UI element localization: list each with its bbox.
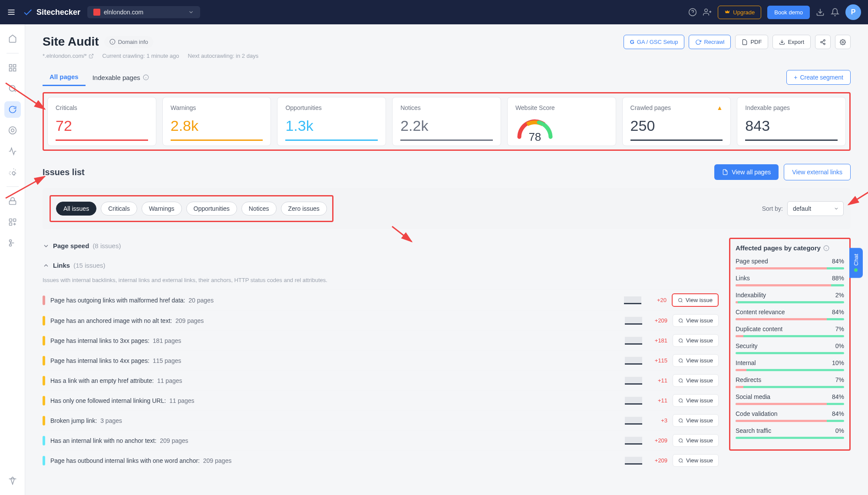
sidebar-search[interactable] — [4, 80, 21, 97]
view-issue-button[interactable]: View issue — [673, 454, 719, 467]
sidebar-diamond[interactable] — [4, 472, 21, 489]
sidebar-audit[interactable] — [4, 101, 21, 118]
view-issue-button[interactable]: View issue — [673, 354, 719, 367]
ga-setup-button[interactable]: GGA / GSC Setup — [624, 35, 685, 49]
crown-icon — [724, 9, 730, 15]
sidebar-dashboard[interactable] — [4, 60, 21, 76]
hamburger-icon[interactable] — [7, 8, 16, 17]
issue-text: Page has an anchored image with no alt t… — [50, 317, 620, 324]
domain-info-button[interactable]: Domain info — [104, 36, 153, 48]
stat-criticals[interactable]: Criticals 72 — [47, 97, 156, 146]
share-button[interactable] — [815, 35, 831, 49]
sidebar-tools[interactable] — [4, 193, 21, 209]
logo[interactable]: Sitechecker — [23, 7, 80, 17]
view-issue-button[interactable]: View issue — [673, 434, 719, 447]
sidebar-analytics[interactable] — [4, 143, 21, 159]
svg-line-48 — [682, 342, 683, 342]
stat-score[interactable]: Website Score 78 — [507, 97, 616, 146]
category-row[interactable]: Code validation84% — [736, 410, 844, 422]
view-external-links-button[interactable]: View external links — [784, 164, 851, 180]
svg-point-45 — [679, 319, 683, 322]
category-row[interactable]: Content relevance84% — [736, 309, 844, 320]
tab-all-pages[interactable]: All pages — [43, 69, 86, 86]
stat-indexable[interactable]: Indexable pages 843 — [737, 97, 846, 146]
help-icon[interactable] — [688, 8, 697, 17]
issues-main: Page speed (8 issues)Links (15 issues)Is… — [43, 238, 719, 474]
view-issue-button[interactable]: View issue — [673, 374, 719, 387]
domain-selector[interactable]: elnlondon.com — [87, 6, 200, 18]
filter-chip[interactable]: Opportunities — [186, 202, 237, 216]
filter-chip[interactable]: All issues — [56, 202, 96, 216]
book-demo-button[interactable]: Book demo — [767, 6, 810, 19]
view-issue-button[interactable]: View issue — [672, 293, 719, 307]
svg-point-59 — [679, 458, 683, 462]
category-row[interactable]: Links88% — [736, 275, 844, 286]
issue-text: Has an internal link with no anchor text… — [50, 437, 620, 444]
category-row[interactable]: Security0% — [736, 342, 844, 354]
svg-line-56 — [682, 422, 683, 422]
add-user-icon[interactable] — [703, 8, 712, 17]
svg-point-15 — [9, 127, 16, 134]
header-actions: Upgrade Book demo P — [688, 4, 861, 20]
sidebar-home[interactable] — [4, 30, 21, 47]
download-icon[interactable] — [816, 8, 825, 17]
stat-opportunities[interactable]: Opportunities 1.3k — [277, 97, 386, 146]
issue-row: Has an internal link with no anchor text… — [43, 430, 719, 450]
tab-indexable[interactable]: Indexable pages — [86, 70, 156, 86]
category-row[interactable]: Page speed84% — [736, 258, 844, 269]
svg-rect-18 — [9, 201, 16, 204]
view-issue-button[interactable]: View issue — [673, 394, 719, 407]
category-row[interactable]: Redirects7% — [736, 376, 844, 388]
category-row[interactable]: Indexability2% — [736, 292, 844, 303]
settings-button[interactable] — [835, 35, 851, 49]
mini-chart — [625, 397, 642, 405]
mini-chart — [625, 417, 642, 425]
severity-indicator — [43, 416, 45, 425]
stat-crawled[interactable]: Crawled pages▲ 250 — [622, 97, 731, 146]
svg-point-38 — [842, 41, 844, 43]
view-issue-button[interactable]: View issue — [673, 414, 719, 427]
view-all-pages-button[interactable]: View all pages — [714, 164, 779, 180]
filter-chip[interactable]: Notices — [241, 202, 277, 216]
issue-row: Has only one followed internal linking U… — [43, 390, 719, 410]
issue-text: Page has outgoing links with malformed h… — [50, 297, 619, 304]
sidebar-share[interactable] — [4, 235, 21, 251]
bell-icon[interactable] — [831, 8, 839, 17]
recrawl-button[interactable]: Recrawl — [689, 35, 731, 49]
sidebar-magic[interactable] — [4, 164, 21, 180]
mini-chart — [625, 457, 642, 465]
create-segment-button[interactable]: + Create segment — [786, 70, 851, 85]
avatar[interactable]: P — [845, 4, 861, 20]
filter-chip[interactable]: Criticals — [101, 202, 137, 216]
view-issue-button[interactable]: View issue — [673, 334, 719, 347]
filter-chip[interactable]: Zero issues — [281, 202, 327, 216]
category-row[interactable]: Search traffic0% — [736, 427, 844, 439]
svg-line-39 — [91, 54, 93, 57]
export-button[interactable]: Export — [772, 35, 811, 49]
domain-pattern[interactable]: *.elnlondon.com/* — [43, 53, 94, 59]
mini-chart — [625, 377, 642, 385]
category-row[interactable]: Social media84% — [736, 393, 844, 405]
svg-rect-21 — [9, 223, 12, 226]
stat-warnings[interactable]: Warnings 2.8k — [162, 97, 271, 146]
issue-delta: +209 — [647, 437, 667, 444]
issue-group-header[interactable]: Page speed (8 issues) — [43, 238, 719, 254]
svg-point-33 — [824, 40, 825, 41]
sort-select[interactable]: default — [787, 201, 844, 216]
issue-row: Has a link with an empty href attribute:… — [43, 370, 719, 390]
svg-point-53 — [679, 399, 683, 402]
category-row[interactable]: Duplicate content7% — [736, 326, 844, 337]
pdf-button[interactable]: PDF — [735, 35, 768, 49]
severity-indicator — [43, 296, 45, 305]
chat-button[interactable]: Chat — [849, 248, 863, 278]
stat-notices[interactable]: Notices 2.2k — [392, 97, 501, 146]
view-issue-button[interactable]: View issue — [673, 314, 719, 327]
sidebar-apps[interactable] — [4, 214, 21, 230]
upgrade-button[interactable]: Upgrade — [718, 6, 761, 19]
category-row[interactable]: Internal10% — [736, 359, 844, 371]
filter-chip[interactable]: Warnings — [142, 202, 182, 216]
categories-title: Affected pages by category — [736, 244, 821, 252]
svg-rect-10 — [13, 65, 16, 67]
issue-group-header[interactable]: Links (15 issues) — [43, 257, 719, 273]
sidebar-monitor[interactable] — [4, 122, 21, 139]
